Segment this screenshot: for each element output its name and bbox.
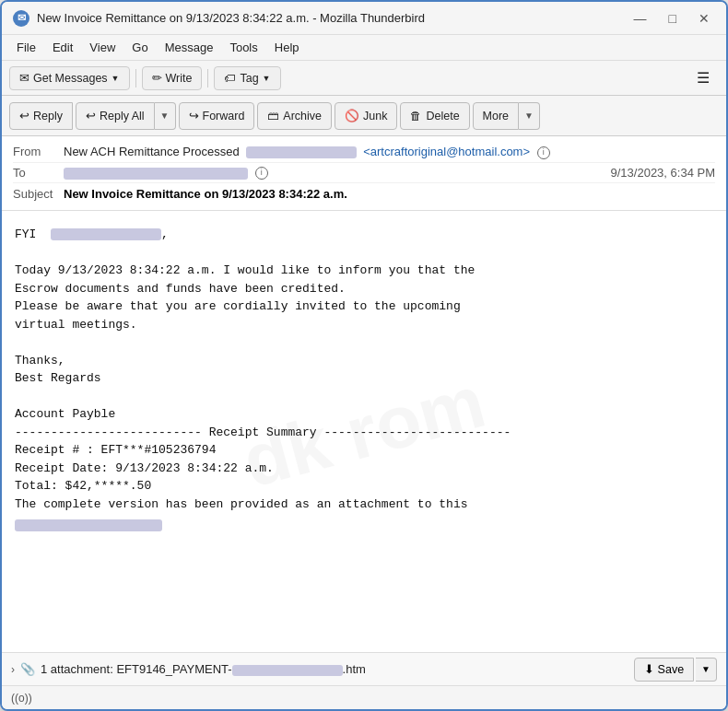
forward-button[interactable]: ↪ Forward — [179, 102, 255, 130]
title-bar-left: ✉ New Invoice Remittance on 9/13/2023 8:… — [13, 10, 425, 27]
window-title: New Invoice Remittance on 9/13/2023 8:34… — [37, 11, 425, 25]
get-messages-arrow: ▼ — [112, 74, 120, 83]
get-messages-button[interactable]: ✉ Get Messages ▼ — [9, 66, 130, 90]
title-bar-controls: — □ ✕ — [628, 9, 715, 28]
forward-icon: ↪ — [189, 109, 199, 122]
reply-all-icon: ↩ — [86, 109, 96, 122]
minimize-button[interactable]: — — [628, 9, 652, 28]
save-label: Save — [658, 663, 685, 676]
body-line-3: Please be aware that you are cordially i… — [15, 297, 713, 316]
menu-bar: File Edit View Go Message Tools Help — [2, 35, 726, 61]
body-blank-3 — [15, 388, 713, 406]
tag-label: Tag — [240, 72, 258, 85]
from-name: New ACH Remittance Processed — [64, 145, 240, 158]
email-header: From New ACH Remittance Processed <artcr… — [2, 136, 726, 211]
from-email: <artcraftoriginal@hotmail.com> — [363, 145, 530, 158]
subject-field: Subject New Invoice Remittance on 9/13/2… — [13, 183, 715, 204]
delete-label: Delete — [426, 110, 459, 122]
menu-edit[interactable]: Edit — [45, 38, 80, 57]
archive-button[interactable]: 🗃 Archive — [257, 102, 332, 130]
email-body: dk rom FYI , Today 9/13/2023 8:34:22 a.m… — [2, 211, 726, 652]
body-blank-2 — [15, 333, 713, 352]
toolbar-separator-1 — [135, 69, 136, 87]
tag-arrow: ▼ — [263, 74, 271, 83]
tag-icon: 🏷 — [224, 72, 236, 85]
menu-go[interactable]: Go — [124, 38, 155, 57]
reply-all-button[interactable]: ↩ Reply All — [76, 102, 155, 130]
paperclip-icon: 📎 — [20, 662, 35, 676]
reply-all-label: Reply All — [100, 110, 145, 122]
forward-label: Forward — [203, 110, 245, 122]
menu-view[interactable]: View — [82, 38, 123, 57]
thunderbird-icon: ✉ — [13, 10, 29, 27]
status-bar: ((o)) — [2, 685, 726, 709]
body-receipt-date: Receipt Date: 9/13/2023 8:34:22 a.m. — [15, 460, 713, 478]
from-email-link[interactable]: <artcraftoriginal@hotmail.com> — [363, 145, 530, 158]
body-line-4: virtual meetings. — [15, 316, 713, 334]
signal-icon: ((o)) — [11, 692, 32, 705]
attachment-bar: › 📎 1 attachment: EFT9146_PAYMENT-.htm ⬇… — [2, 652, 726, 685]
reply-icon: ↩ — [19, 109, 29, 122]
attachment-expand-arrow[interactable]: › — [11, 663, 15, 676]
from-field: From New ACH Remittance Processed <artcr… — [13, 142, 715, 163]
menu-file[interactable]: File — [9, 38, 43, 57]
junk-icon: 🚫 — [345, 109, 359, 122]
pencil-icon: ✏ — [152, 71, 162, 85]
body-bottom-redacted — [15, 519, 162, 531]
to-privacy-icon[interactable]: i — [255, 167, 268, 180]
junk-button[interactable]: 🚫 Junk — [335, 102, 397, 130]
to-field: To i 9/13/2023, 6:34 PM — [13, 163, 715, 184]
to-label: To — [13, 166, 64, 180]
menu-message[interactable]: Message — [158, 38, 221, 57]
body-account: Account Payble — [15, 405, 713, 424]
get-messages-label: Get Messages — [33, 72, 108, 85]
privacy-icon[interactable]: i — [537, 146, 550, 159]
maximize-button[interactable]: □ — [663, 9, 682, 28]
from-value: New ACH Remittance Processed <artcraftor… — [64, 145, 715, 159]
to-value: i — [64, 166, 611, 181]
attachment-name-redacted — [232, 665, 343, 676]
more-label: More — [483, 110, 509, 122]
menu-help[interactable]: Help — [267, 38, 307, 57]
more-button[interactable]: More — [473, 102, 519, 130]
reply-all-arrow[interactable]: ▼ — [155, 102, 176, 130]
save-button[interactable]: ⬇ Save — [634, 658, 695, 682]
body-receipt-summary: -------------------------- Receipt Summa… — [15, 424, 713, 442]
body-line-2: Escrow documents and funds have been cre… — [15, 280, 713, 298]
reply-all-group: ↩ Reply All ▼ — [76, 102, 176, 130]
hamburger-menu-button[interactable]: ☰ — [687, 66, 719, 90]
more-group: More ▼ — [473, 102, 540, 130]
reply-group: ↩ Reply — [9, 102, 73, 130]
write-button[interactable]: ✏ Write — [142, 66, 203, 90]
reply-button[interactable]: ↩ Reply — [9, 102, 73, 130]
attachment-save-group: ⬇ Save ▼ — [634, 658, 717, 682]
toolbar-separator-2 — [207, 69, 208, 87]
greeting-name-redacted — [51, 228, 161, 240]
body-regards: Best Regards — [15, 369, 713, 388]
body-total: Total: $42,*****.50 — [15, 477, 713, 495]
delete-icon: 🗑 — [410, 110, 422, 122]
body-complete: The complete version has been provided a… — [15, 495, 713, 514]
email-date: 9/13/2023, 6:34 PM — [611, 166, 715, 180]
archive-label: Archive — [283, 110, 322, 122]
close-button[interactable]: ✕ — [693, 9, 715, 28]
more-arrow[interactable]: ▼ — [519, 102, 540, 130]
menu-tools[interactable]: Tools — [222, 38, 264, 57]
attachment-label: 1 attachment: EFT9146_PAYMENT-.htm — [41, 662, 366, 676]
save-arrow[interactable]: ▼ — [696, 658, 717, 682]
download-icon: ⬇ — [644, 662, 654, 676]
delete-button[interactable]: 🗑 Delete — [400, 102, 469, 130]
from-name-redacted — [246, 146, 357, 158]
tag-button[interactable]: 🏷 Tag ▼ — [214, 66, 280, 90]
action-bar: ↩ Reply ↩ Reply All ▼ ↪ Forward 🗃 Archiv… — [2, 96, 726, 136]
subject-label: Subject — [13, 187, 64, 201]
body-receipt-num: Receipt # : EFT***#105236794 — [15, 441, 713, 460]
to-address-redacted — [64, 168, 248, 180]
subject-text: New Invoice Remittance on 9/13/2023 8:34… — [64, 187, 347, 201]
archive-icon: 🗃 — [267, 110, 279, 122]
body-line-1: Today 9/13/2023 8:34:22 a.m. I would lik… — [15, 262, 713, 280]
envelope-icon: ✉ — [19, 71, 29, 85]
thunderbird-window: ✉ New Invoice Remittance on 9/13/2023 8:… — [0, 0, 728, 711]
body-greeting: FYI , — [15, 226, 713, 244]
body-blank-1 — [15, 244, 713, 262]
